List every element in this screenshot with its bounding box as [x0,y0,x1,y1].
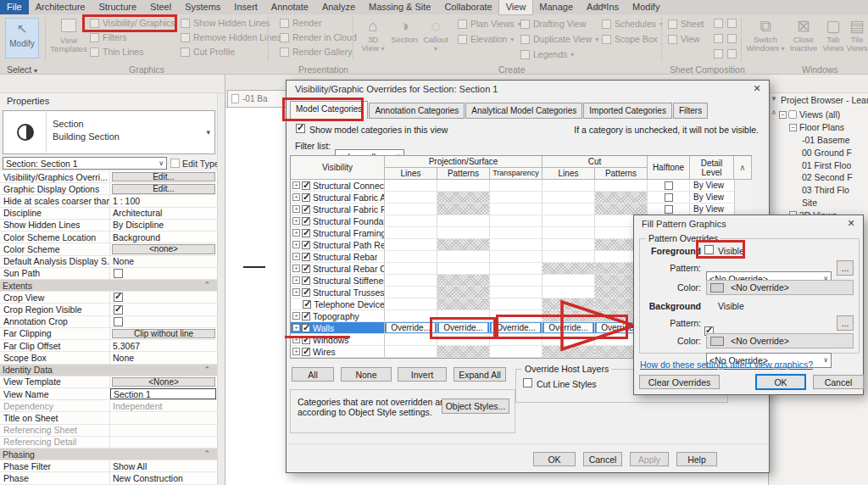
ribbon-tab-steel[interactable]: Steel [143,0,178,14]
expand-icon[interactable]: + [292,253,300,260]
property-row-crop-region-visible[interactable]: Crop Region Visible [0,304,217,315]
ribbon-tab-systems[interactable]: Systems [178,0,227,14]
scope-box-button[interactable]: Scope Box [602,34,658,44]
duplicate-view-button[interactable]: Duplicate View▾ [520,34,598,44]
sheet-button[interactable]: Sheet [668,19,704,29]
property-checkbox[interactable] [114,269,123,278]
property-row-sun-path[interactable]: Sun Path [0,268,217,280]
cut-profile-button[interactable]: Cut Profile [181,47,235,57]
none-button[interactable]: None [341,367,392,382]
category-checkbox[interactable] [302,181,310,190]
property-edit-button[interactable]: Edit... [112,184,215,194]
property-row-view-name[interactable]: View NameSection 1 [0,388,217,400]
ribbon-tab-architecture[interactable]: Architecture [29,0,92,14]
property-row-referencing-sheet[interactable]: Referencing Sheet [0,425,217,437]
detail-level-cell[interactable]: By View [690,203,734,215]
scroll-up-icon[interactable]: ∧ [771,109,776,116]
property-row-extents[interactable]: Extents⌃ [0,280,217,292]
ribbon-tab-massing-site[interactable]: Massing & Site [362,0,437,14]
category-checkbox[interactable] [303,300,311,309]
vg-help-button[interactable]: Help [676,452,717,466]
property-checkbox[interactable] [114,317,123,326]
property-row-scope-box[interactable]: Scope BoxNone [0,352,217,364]
vg-tab-analytical-model-categories[interactable]: Analytical Model Categories [465,103,582,119]
view-reference-icon[interactable] [727,49,737,59]
render-in-cloud-button[interactable]: Render in Cloud [280,32,357,42]
expand-icon[interactable]: + [292,205,300,213]
category-checkbox[interactable] [302,288,310,297]
ribbon-tab-analyze[interactable]: Analyze [315,0,362,14]
ribbon-tab-structure[interactable]: Structure [92,0,143,14]
category-checkbox[interactable] [302,205,310,214]
vg-ok-button[interactable]: OK [533,452,576,466]
revisions-icon[interactable] [727,19,737,28]
viewports-icon[interactable] [714,49,723,59]
property-edit-button[interactable]: <none> [112,244,215,254]
category-checkbox[interactable] [302,348,310,356]
ribbon-options-icon[interactable]: ▭ ▾ [593,2,607,10]
property-row-visibility-graphics-overri[interactable]: Visibility/Graphics Overri...Edit... [0,171,217,183]
property-checkbox[interactable] [114,293,123,302]
vg-cancel-button[interactable]: Cancel [583,452,622,466]
properties-scrollbar[interactable] [217,93,225,485]
table-scroll-up[interactable]: ∧ [734,156,752,180]
tree-item-views-all[interactable]: −Views (all) [777,109,868,121]
settings-help-link[interactable]: How do these settings affect view graphi… [640,360,813,370]
guide-grid-icon[interactable] [714,34,723,43]
collapse-icon[interactable]: ⌃ [203,449,210,458]
type-selector[interactable]: Section Building Section ▾ [3,110,215,154]
panel-menu-icon[interactable]: ▼ [771,95,777,103]
tree-item-02-second-f[interactable]: 02 Second F [777,171,868,184]
property-edit-button[interactable]: Edit... [112,172,215,182]
show-model-categories-checkbox[interactable] [296,124,305,133]
expand-icon[interactable]: + [292,217,300,225]
ribbon-tab-collaborate[interactable]: Collaborate [437,0,498,14]
category-checkbox[interactable] [302,193,310,202]
override-patterns-button[interactable]: Override... [438,322,488,333]
ribbon-tab-file[interactable]: File [0,0,29,14]
all-button[interactable]: All [292,367,334,382]
3d-view-button[interactable]: ⌂3D View ▾ [359,17,387,53]
property-row-dependency[interactable]: DependencyIndependent [0,400,217,412]
category-row-structural-fabric-rei[interactable]: +Structural Fabric Rei...By View [291,203,734,215]
close-inactive-button[interactable]: ⊠Close Inactive [787,17,821,53]
ribbon-tab-view[interactable]: View [499,0,533,14]
titleblock-icon[interactable] [714,19,723,28]
expand-icon[interactable]: + [292,276,300,284]
matchline-icon[interactable] [727,34,737,43]
category-checkbox[interactable] [302,217,310,226]
render-button[interactable]: Render [280,18,321,28]
expand-icon[interactable]: + [292,312,300,320]
category-checkbox[interactable] [302,324,310,332]
legends-button[interactable]: Legends▾ [520,49,574,59]
property-row-color-scheme[interactable]: Color Scheme<none> [0,243,217,255]
cut-line-styles-checkbox[interactable] [523,378,532,387]
expand-icon[interactable]: + [292,348,300,355]
category-checkbox[interactable] [302,312,310,321]
thin-lines-button[interactable]: Thin Lines [90,47,143,57]
vg-tab-model-categories[interactable]: Model Categories [290,101,368,119]
modify-button[interactable]: ↖ Modify [5,18,39,59]
render-gallery-button[interactable]: Render Gallery [280,47,353,57]
remove-hidden-lines-button[interactable]: Remove Hidden Lines [181,32,281,42]
halftone-checkbox[interactable] [665,193,673,202]
property-row-identity-data[interactable]: Identity Data⌃ [0,365,217,376]
select-group-label[interactable]: Select ▾ [7,64,37,75]
tree-item-floor-plans[interactable]: −Floor Plans [777,121,868,134]
background-pattern-browse-button[interactable]: ... [837,315,854,331]
property-row-title-on-sheet[interactable]: Title on Sheet [0,412,217,424]
callout-button[interactable]: ◌Callout ▾ [421,17,450,53]
detail-level-cell[interactable]: By View [690,180,734,191]
fill-cancel-button[interactable]: Cancel [813,375,864,389]
property-row-far-clipping[interactable]: Far ClippingClip without line [0,328,217,340]
collapse-minus-icon[interactable]: − [779,111,787,119]
expand-all-button[interactable]: Expand All [453,367,506,382]
tree-item-01-baseme[interactable]: -01 Baseme [777,134,868,147]
view-templates-button[interactable]: View Templates [49,17,88,61]
show-hidden-lines-button[interactable]: Show Hidden Lines [181,18,270,28]
ribbon-tab-manage[interactable]: Manage [532,0,580,14]
property-row-view-template[interactable]: View Template<None> [0,376,217,388]
detail-level-cell[interactable]: By View [690,192,734,203]
property-row-hide-at-scales-coarser-than[interactable]: Hide at scales coarser than1 : 100 [0,195,217,207]
ribbon-tab-insert[interactable]: Insert [227,0,264,14]
